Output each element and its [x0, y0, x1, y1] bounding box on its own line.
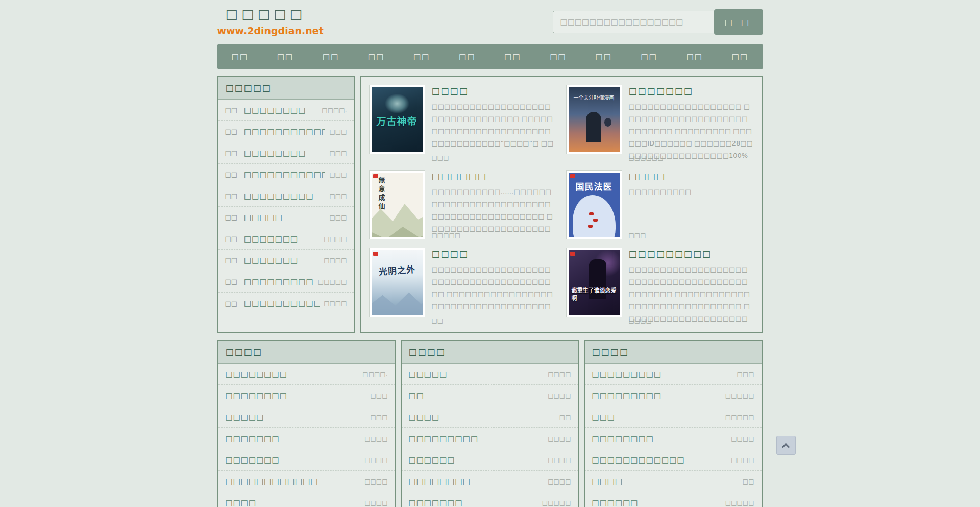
book-cover[interactable]: 無意成仙 — [369, 170, 425, 239]
book-link[interactable]: □□□□□□□□□ — [244, 277, 314, 286]
book-link[interactable]: □□□□□ — [409, 370, 543, 379]
list-item: □□□□□□□□□□□□ — [402, 471, 578, 492]
book-link[interactable]: □□□□□ — [244, 213, 325, 222]
book-link[interactable]: □□□□□□□□□ — [244, 191, 325, 201]
book-card-body: □□□□ □□□□□□□□□□□□□□□□□□□□□□□□□□□□□□□□□□□… — [432, 248, 557, 325]
book-author: □□□□ — [548, 456, 571, 464]
book-link[interactable]: □□□□ — [409, 413, 554, 422]
book-link[interactable]: □□□□□□□□ — [244, 106, 317, 115]
book-link[interactable]: □□□□□□□ — [409, 498, 537, 507]
list-item: □□□□□□□□ — [585, 406, 762, 428]
nav-item-3[interactable]: □□ — [323, 52, 339, 61]
book-link[interactable]: □□□□□□□□□ — [409, 434, 543, 443]
book-link[interactable]: □□□□□□□ — [244, 234, 320, 244]
nav-item-4[interactable]: □□ — [368, 52, 384, 61]
cover-title-text: 無意成仙 — [377, 177, 386, 211]
list-item: □□□□□□□□ — [218, 406, 395, 428]
book-cover[interactable]: 一个关注吓懂漫画 — [566, 85, 622, 154]
search-button[interactable]: □ □ — [714, 9, 763, 35]
book-link[interactable]: □□□□□□□□ — [409, 477, 543, 486]
book-link[interactable]: □□□□□□□□ — [226, 370, 358, 379]
book-author: □□ — [559, 414, 571, 421]
nav-item-11[interactable]: □□ — [687, 52, 703, 61]
book-description: □□□□□□□□□□□□□□□□□□□□□□□□□□□□□□□□□□□□□□□□… — [432, 263, 557, 312]
nav-item-5[interactable]: □□ — [413, 52, 430, 61]
book-author: □□□ — [329, 128, 347, 135]
book-link[interactable]: □□□□ — [592, 477, 738, 486]
book-link[interactable]: □□□□□□ — [592, 498, 720, 507]
book-link[interactable]: □□□□□ — [226, 413, 365, 422]
book-link[interactable]: □□□□□□□□ — [226, 391, 365, 400]
book-author: □□□□ — [548, 392, 571, 399]
book-author: □□□□□ — [725, 414, 754, 421]
book-link[interactable]: □□□□□□□□ — [244, 149, 325, 158]
book-cover[interactable]: 万古神帝 — [369, 85, 425, 154]
site-url-link[interactable]: www.2dingdian.net — [217, 25, 314, 36]
cover-art: 万古神帝 — [372, 87, 423, 152]
book-link[interactable]: □□□□□□□□□□□ — [244, 170, 325, 179]
book-cover[interactable]: 都重生了谁谈恋爱啊 — [566, 248, 622, 317]
book-card-body: □□□□□□ □□□□□□□□□□□……□□□□□□□□□□□□□□□□□□□□… — [432, 170, 557, 239]
book-author: □□□□ — [731, 435, 754, 442]
book-link[interactable]: □□□□□□□□ — [592, 434, 726, 443]
book-author: □□□ — [370, 392, 387, 399]
search-bar: □ □ — [553, 9, 763, 35]
book-cover[interactable]: 光阴之外 — [369, 248, 425, 317]
search-input[interactable] — [553, 11, 715, 33]
list-item: □□□□□□□□□□□□□ — [218, 228, 354, 250]
book-author: □□□□ — [324, 300, 347, 307]
book-link[interactable]: □□□ — [592, 413, 720, 422]
list-item: □□□□□□□□□□□ — [218, 449, 395, 471]
category-tag: □□ — [225, 106, 238, 114]
book-title-link[interactable]: □□□□ — [629, 171, 666, 181]
nav-item-1[interactable]: □□ — [232, 52, 248, 61]
book-link[interactable]: □□ — [409, 391, 543, 400]
book-cover[interactable]: 国民法医 — [566, 170, 622, 239]
cover-title-text: 一个关注吓懂漫画 — [569, 93, 620, 101]
nav-item-7[interactable]: □□ — [504, 52, 521, 61]
book-link[interactable]: □□□□□□□ — [226, 434, 360, 443]
book-link[interactable]: □□□□□□□□□□□□ — [226, 477, 360, 486]
ranking-heading: □□□□ — [585, 341, 762, 364]
nav-item-6[interactable]: □□ — [459, 52, 475, 61]
book-link[interactable]: □□□□□□□□□ — [592, 391, 720, 400]
category-tag: □□ — [225, 213, 238, 221]
book-author: □□□□. — [322, 107, 347, 114]
book-card-body: □□□□□□□□□ □□□□□□□□□□□□□□□□□□□□□□□□□□□□□□… — [629, 248, 754, 325]
nav-item-12[interactable]: □□ — [732, 52, 748, 61]
book-card: 一个关注吓懂漫画 □□□□□□□ □□□□□□□□□□□□□□□□□□ □□□□… — [566, 85, 754, 162]
back-to-top-button[interactable] — [776, 436, 796, 455]
book-author: □□□□ — [548, 435, 571, 442]
list-item: □□□□□□ — [402, 385, 578, 406]
book-card: 国民法医 □□□□ □□□□□□□□□□ □□□ — [566, 170, 754, 239]
book-link[interactable]: □□□□ — [226, 498, 360, 507]
nav-item-2[interactable]: □□ — [277, 52, 293, 61]
book-author: □□□□. — [362, 371, 387, 378]
nav-item-10[interactable]: □□ — [641, 52, 657, 61]
book-link[interactable]: □□□□□□ — [409, 455, 543, 465]
book-link[interactable]: □□□□□□□□□□□□ — [592, 455, 726, 465]
ranking-panels-row: □□□□ □□□□□□□□□□□□. □□□□□□□□□□□ □□□□□□□□ … — [217, 340, 763, 507]
cover-art: 無意成仙 — [372, 173, 423, 237]
site-logo: □□□□□ www.2dingdian.net — [217, 6, 314, 36]
book-author: □□□□ — [364, 478, 387, 485]
book-author: □□□□ — [364, 456, 387, 464]
book-link[interactable]: □□□□□□□ — [226, 455, 360, 465]
book-author: □□□□ — [364, 499, 387, 506]
book-title-link[interactable]: □□□□□□□□□ — [629, 249, 712, 259]
book-link[interactable]: □□□□□□□□□□□□ — [244, 299, 320, 308]
ranking-panel-2: □□□□ □□□□□□□□□ □□□□□□ □□□□□□ □□□□□□□□□□□… — [401, 340, 579, 507]
book-title-link[interactable]: □□□□ — [432, 249, 469, 259]
book-title-link[interactable]: □□□□□□□ — [629, 86, 693, 96]
list-item: □□□□□□□□□□□□□□□□ — [218, 271, 354, 293]
list-item: □□□□□□□□□□□□□□□□ — [585, 449, 762, 471]
book-card: 都重生了谁谈恋爱啊 □□□□□□□□□ □□□□□□□□□□□□□□□□□□□□… — [566, 248, 754, 325]
book-description: □□□□□□□□□□□□□□□□□□□□□□□□□□□□□□□□□□□□□□□□… — [629, 263, 754, 325]
book-link[interactable]: □□□□□□□ — [244, 256, 320, 265]
book-link[interactable]: □□□□□□□□□□□ — [244, 127, 325, 136]
book-title-link[interactable]: □□□□ — [432, 86, 469, 96]
nav-item-8[interactable]: □□ — [550, 52, 566, 61]
book-title-link[interactable]: □□□□□□ — [432, 171, 487, 181]
nav-item-9[interactable]: □□ — [595, 52, 611, 61]
book-link[interactable]: □□□□□□□□□ — [592, 370, 732, 379]
